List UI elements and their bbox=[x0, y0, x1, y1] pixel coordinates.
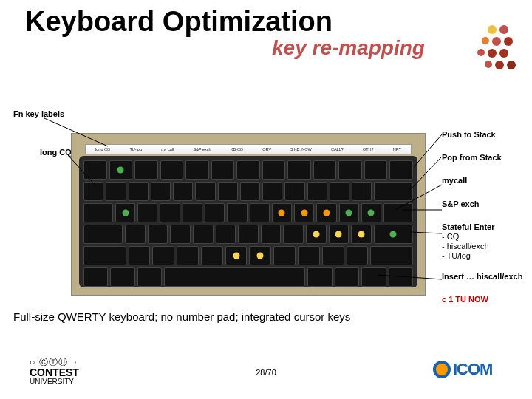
page-subtitle: key re-mapping bbox=[272, 36, 425, 60]
callout-push-stack: Push to Stack bbox=[442, 130, 523, 140]
callout-long-cq: long CQ bbox=[40, 148, 72, 157]
logo-ctu: ○ ⒸⓉⓊ ○ CONTEST UNIVERSITY bbox=[30, 358, 79, 386]
keyboard-photo: long CQTU-logmy callS&P exchKB-CQQRV5 KB… bbox=[71, 133, 426, 296]
callout-insert: Insert … hiscall/exch bbox=[442, 272, 523, 282]
caption: Full-size QWERTY keyboard; no number pad… bbox=[13, 310, 350, 323]
page-number: 28/70 bbox=[256, 368, 276, 377]
callout-c1: c 1 TU NOW bbox=[442, 295, 523, 304]
callouts-right: Push to Stack Pop from Stack mycall S&P … bbox=[442, 130, 523, 318]
callout-stateful: Stateful Enter - CQ - hiscall/exch - TU/… bbox=[442, 222, 523, 262]
page-title: Keyboard Optimization bbox=[25, 6, 425, 38]
callout-pop-stack: Pop from Stack bbox=[442, 153, 523, 163]
decorative-dots bbox=[446, 25, 520, 69]
callout-sp-exch: S&P exch bbox=[442, 200, 523, 209]
callout-fn-labels: Fn key labels bbox=[13, 109, 64, 118]
logo-icom: ICOM bbox=[433, 356, 514, 383]
callout-mycall: mycall bbox=[442, 176, 523, 185]
